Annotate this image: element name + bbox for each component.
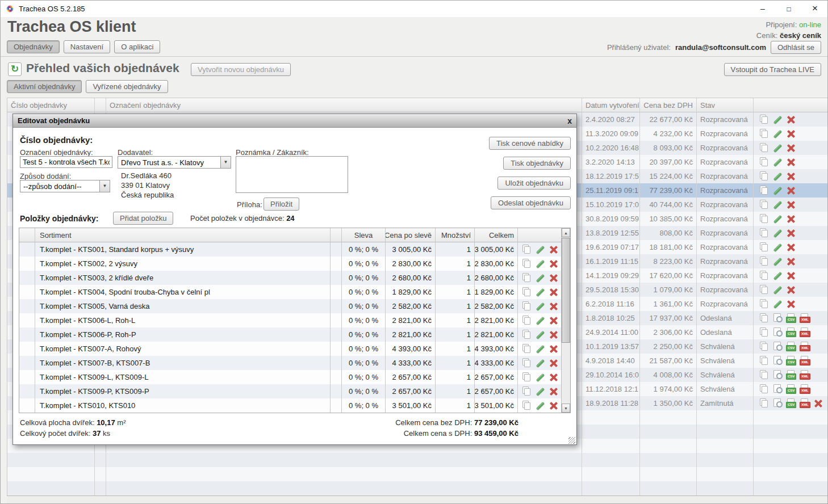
copy-icon[interactable] [521,358,532,368]
col-flag[interactable] [95,98,106,112]
delete-icon[interactable] [786,115,796,124]
edit-icon[interactable] [535,401,545,410]
edit-icon[interactable] [772,242,783,252]
xml-icon[interactable]: XML [800,342,810,351]
maximize-icon[interactable] [776,0,802,17]
logout-button[interactable]: Odhlásit se [771,41,821,54]
xml-icon[interactable]: XML [800,356,810,366]
delete-icon[interactable] [786,214,796,224]
copy-icon[interactable] [521,316,532,325]
copy-icon[interactable] [759,271,769,280]
send-order-button[interactable]: Odeslat objednávku [491,196,571,209]
item-row[interactable]: T.komplet - KTS004, Spodní trouba-Chyba … [19,285,570,299]
col-datum-vytvoreni[interactable]: Datum vytvoření [582,98,640,112]
delete-icon[interactable] [549,273,559,283]
item-row[interactable]: T.komplet - KTS002, 2 výsuvy0 %; 0 %2 83… [19,257,570,271]
xml-icon[interactable]: XML [800,384,810,394]
delete-icon[interactable] [549,259,559,268]
col-sleva[interactable]: Sleva [342,228,386,242]
edit-icon[interactable] [535,344,545,354]
col-stav[interactable]: Stav [697,98,754,112]
close-icon[interactable] [802,0,828,17]
item-row[interactable]: T.komplet - KTS009-P, KTS009-P0 %; 0 %2 … [19,384,570,398]
trachea-live-button[interactable]: Vstoupit do Trachea LIVE [724,63,821,76]
delete-icon[interactable] [813,398,823,408]
delete-icon[interactable] [549,316,559,325]
col-oznaceni-objednavky[interactable]: Označení objednávky [106,98,582,112]
edit-icon[interactable] [772,285,783,295]
scroll-down-icon[interactable] [562,404,570,413]
delete-icon[interactable] [786,129,796,138]
copy-icon[interactable] [521,344,532,354]
resize-grip[interactable] [568,437,575,444]
edit-icon[interactable] [535,259,545,268]
copy-icon[interactable] [759,384,769,394]
edit-icon[interactable] [772,143,783,153]
preview-icon[interactable] [772,398,783,408]
refresh-icon[interactable] [8,62,22,76]
copy-icon[interactable] [759,143,769,153]
csv-icon[interactable]: CSV [786,356,796,366]
xml-icon[interactable]: XML [800,327,810,337]
copy-icon[interactable] [521,287,532,297]
copy-icon[interactable] [521,330,532,339]
copy-icon[interactable] [759,171,769,181]
copy-icon[interactable] [759,242,769,252]
copy-icon[interactable] [759,200,769,209]
nav-objednavky-button[interactable]: Objednávky [7,40,60,53]
item-row[interactable]: T.komplet - KTS007-A, Rohový0 %; 0 %4 39… [19,342,570,356]
edit-icon[interactable] [535,372,545,382]
nav-o-aplikaci-button[interactable]: O aplikaci [114,40,160,53]
scrollbar-thumb[interactable] [562,238,570,343]
copy-icon[interactable] [521,401,532,410]
delivery-select[interactable]: --způsob dodání-- [20,180,110,192]
preview-icon[interactable] [772,356,783,366]
edit-icon[interactable] [772,214,783,224]
csv-icon[interactable]: CSV [786,313,796,323]
chevron-down-icon[interactable] [220,157,231,168]
col-cena-bez-dph[interactable]: Cena bez DPH [640,98,697,112]
edit-icon[interactable] [772,299,783,309]
supplier-select[interactable]: Dřevo Trust a.s. - Klatovy [118,156,231,169]
csv-icon[interactable]: CSV [786,370,796,380]
copy-icon[interactable] [759,115,769,124]
edit-icon[interactable] [772,186,783,195]
copy-icon[interactable] [759,129,769,138]
delete-icon[interactable] [786,299,796,309]
col-cena-po-sleve[interactable]: Cena po slevě [386,228,436,242]
delete-icon[interactable] [549,287,559,297]
save-order-button[interactable]: Uložit objednávku [497,177,571,190]
preview-icon[interactable] [772,327,783,337]
xml-icon[interactable]: XML [800,370,810,380]
edit-icon[interactable] [535,330,545,339]
csv-icon[interactable]: CSV [786,342,796,351]
edit-icon[interactable] [535,316,545,325]
print-order-button[interactable]: Tisk objednávky [503,157,571,170]
attach-button[interactable]: Přiložit [264,198,299,211]
preview-icon[interactable] [772,384,783,394]
copy-icon[interactable] [759,214,769,224]
nav-nastaveni-button[interactable]: Nastavení [64,40,111,53]
delete-icon[interactable] [549,245,559,254]
preview-icon[interactable] [772,342,783,351]
copy-icon[interactable] [759,398,769,408]
copy-icon[interactable] [759,186,769,195]
delete-icon[interactable] [786,171,796,181]
copy-icon[interactable] [759,327,769,337]
edit-icon[interactable] [772,171,783,181]
delete-icon[interactable] [786,143,796,153]
xml-icon[interactable]: XML [800,313,810,323]
item-row[interactable]: T.komplet - KTS006-L, Roh-L0 %; 0 %2 821… [19,313,570,327]
col-sortiment[interactable]: Sortiment [35,228,331,242]
col-mnozstvi[interactable]: Množství [436,228,475,242]
copy-icon[interactable] [759,370,769,380]
preview-icon[interactable] [772,370,783,380]
delete-icon[interactable] [786,242,796,252]
csv-icon[interactable]: CSV [786,398,796,408]
delete-icon[interactable] [786,285,796,295]
col-celkem[interactable]: Celkem [475,228,518,242]
dialog-close-icon[interactable]: x [567,117,572,125]
copy-icon[interactable] [759,299,769,309]
item-row[interactable]: T.komplet - KTS003, 2 křídlé dveře0 %; 0… [19,271,570,285]
delete-icon[interactable] [549,330,559,339]
